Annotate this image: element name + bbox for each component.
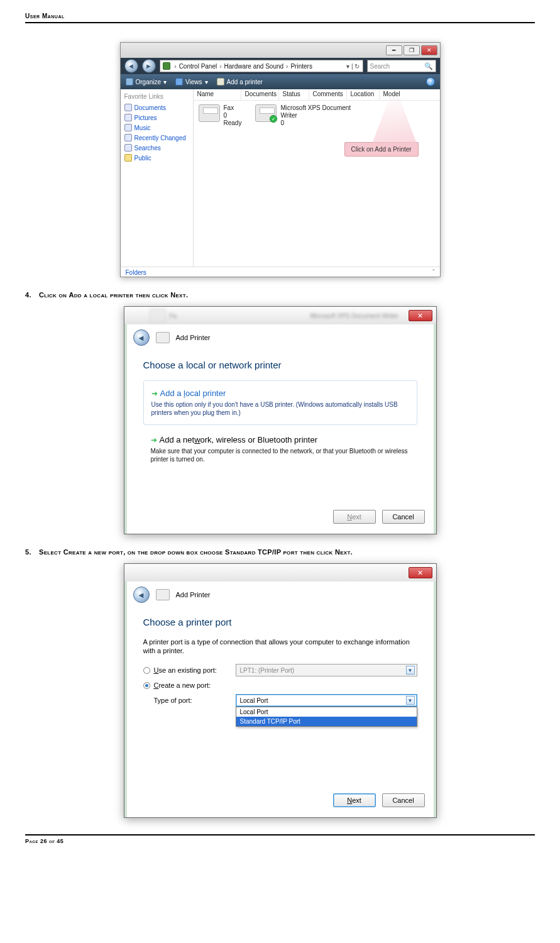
dialog-titlebar: ✕ <box>124 564 436 582</box>
port-type-dropdown: Local Port Standard TCP/IP Port <box>236 707 417 727</box>
col-comments[interactable]: Comments <box>309 89 347 100</box>
cancel-button[interactable]: Cancel <box>382 510 425 524</box>
back-button[interactable]: ◄ <box>133 587 150 603</box>
search-input[interactable]: Search 🔍 <box>367 60 436 72</box>
printer-status: Ready <box>224 119 242 127</box>
sidebar-item-recently-changed[interactable]: Recently Changed <box>124 133 189 143</box>
dialog-heading: Choose a local or network printer <box>124 352 436 380</box>
organize-button[interactable]: Organize ▾ <box>126 78 167 85</box>
col-name[interactable]: Name <box>194 89 241 100</box>
dialog-titlebar: Fa Microsoft XPS Document Writer ✕ <box>124 307 436 324</box>
background-blur: Fa Microsoft XPS Document Writer <box>150 309 399 323</box>
col-model[interactable]: Model <box>380 89 440 100</box>
close-button[interactable]: ✕ <box>409 567 432 578</box>
chevron-down-icon: ▼ <box>406 666 415 675</box>
option-title: Add a network, wireless or Bluetooth pri… <box>160 435 317 444</box>
combo-value: Local Port <box>240 697 268 704</box>
search-placeholder: Search <box>370 63 390 70</box>
folders-bar[interactable]: Foldersˆ <box>121 267 440 278</box>
close-button[interactable]: ✕ <box>409 310 432 321</box>
doc-footer: Page 26 of 45 <box>25 834 535 844</box>
option-desc: Use this option only if you don't have a… <box>151 400 409 417</box>
sidebar-header: Favorite Links <box>124 93 189 100</box>
radio-label: Use an existing port: <box>154 666 236 674</box>
step-5: 5. Select Create a new port, on the drop… <box>25 548 535 556</box>
chevron-down-icon: ▼ <box>406 696 415 705</box>
breadcrumb[interactable]: Control Panel Hardware and Sound Printer… <box>160 60 363 72</box>
pictures-icon <box>124 114 132 121</box>
sidebar-item-public[interactable]: Public <box>124 153 189 163</box>
close-button[interactable]: ✕ <box>421 45 437 55</box>
crumb[interactable]: Printers <box>290 63 312 70</box>
views-button[interactable]: Views ▾ <box>175 78 208 85</box>
col-status[interactable]: Status <box>279 89 309 100</box>
sidebar-item-searches[interactable]: Searches <box>124 143 189 153</box>
sidebar-item-documents[interactable]: Documents <box>124 102 189 113</box>
radio-label: Create a new port: <box>154 681 236 689</box>
existing-port-combo: LPT1: (Printer Port)▼ <box>236 664 417 676</box>
option-desc: Make sure that your computer is connecte… <box>151 447 410 463</box>
printer-name: Microsoft XPS Document Writer <box>280 104 356 119</box>
option-add-local-printer[interactable]: ➔Add a local printer Use this option onl… <box>143 380 417 425</box>
crumb[interactable]: Control Panel <box>179 63 217 70</box>
printer-icon <box>199 104 220 122</box>
printer-name: Fax <box>224 104 242 112</box>
nav-back-button[interactable]: ◄ <box>124 59 138 73</box>
option-title: Add a local printer <box>160 389 226 398</box>
sidebar-item-pictures[interactable]: Pictures <box>124 113 189 123</box>
nav-forward-button[interactable]: ► <box>142 59 156 73</box>
dropdown-item[interactable]: Standard TCP/IP Port <box>236 717 417 726</box>
col-location[interactable]: Location <box>347 89 380 100</box>
toolbar: Organize ▾ Views ▾ Add a printer ? <box>121 74 440 89</box>
checkmark-icon: ✓ <box>270 115 277 123</box>
maximize-button[interactable]: ❐ <box>404 45 420 55</box>
search-icon: 🔍 <box>424 62 433 70</box>
add-printer-dialog-1: Fa Microsoft XPS Document Writer ✕ ◄ Add… <box>124 306 437 534</box>
sidebar-item-music[interactable]: Music <box>124 123 189 133</box>
add-printer-button[interactable]: Add a printer <box>217 78 263 85</box>
printer-docs: 0 <box>280 119 356 127</box>
help-icon[interactable]: ? <box>426 77 435 86</box>
searches-icon <box>124 144 132 152</box>
radio-use-existing-port[interactable] <box>143 667 150 674</box>
printer-icon: ✓ <box>255 104 277 122</box>
column-headers: Name Documents Status Comments Location … <box>194 89 440 101</box>
port-type-combo[interactable]: Local Port ▼ Local Port Standard TCP/IP … <box>236 694 417 707</box>
back-button[interactable]: ◄ <box>133 329 150 346</box>
main-panel: Name Documents Status Comments Location … <box>194 89 440 267</box>
printer-docs: 0 <box>224 112 242 119</box>
dropdown-item[interactable]: Local Port <box>236 707 417 717</box>
cancel-button[interactable]: Cancel <box>382 793 425 807</box>
explorer-window: ━ ❐ ✕ ◄ ► Control Panel Hardware and Sou… <box>120 42 441 277</box>
type-of-port-label: Type of port: <box>154 697 236 704</box>
folder-icon <box>163 62 170 70</box>
address-bar: ◄ ► Control Panel Hardware and Sound Pri… <box>121 58 440 74</box>
printer-item-xps[interactable]: ✓ Microsoft XPS Document Writer 0 <box>255 104 356 127</box>
printer-icon <box>156 332 170 343</box>
recent-icon <box>124 134 132 141</box>
public-icon <box>124 154 132 162</box>
minimize-button[interactable]: ━ <box>386 45 402 55</box>
music-icon <box>124 124 132 131</box>
titlebar: ━ ❐ ✕ <box>121 43 440 58</box>
dialog-title: Add Printer <box>176 591 211 598</box>
dialog-heading: Choose a printer port <box>124 609 436 637</box>
callout: Click on Add a Printer <box>344 142 419 157</box>
dialog-title: Add Printer <box>176 334 211 341</box>
col-documents[interactable]: Documents <box>241 89 279 100</box>
printer-icon <box>156 589 170 600</box>
doc-header: User Manual <box>25 13 535 23</box>
radio-create-new-port[interactable] <box>143 682 150 689</box>
next-button[interactable]: Next <box>333 793 376 807</box>
documents-icon <box>124 104 132 111</box>
sidebar: Favorite Links Documents Pictures Music … <box>121 89 194 267</box>
dialog-description: A printer port is a type of connection t… <box>124 637 436 661</box>
add-printer-dialog-2: ✕ ◄ Add Printer Choose a printer port A … <box>124 563 437 818</box>
option-add-network-printer[interactable]: ➔Add a network, wireless or Bluetooth pr… <box>143 434 417 463</box>
next-button[interactable]: Next <box>333 510 376 524</box>
arrow-icon: ➔ <box>151 436 157 444</box>
step-4: 4. Click on Add a local printer then cli… <box>25 291 535 299</box>
printer-item-fax[interactable]: Fax 0 Ready <box>199 104 242 127</box>
arrow-icon: ➔ <box>151 389 158 398</box>
crumb[interactable]: Hardware and Sound <box>224 63 284 70</box>
